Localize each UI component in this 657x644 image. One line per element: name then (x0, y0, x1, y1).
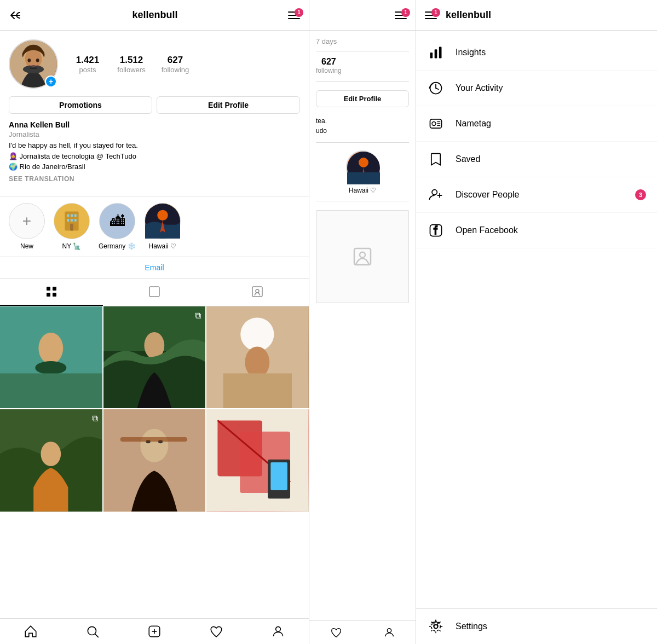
svg-rect-28 (0, 306, 102, 409)
story-circle-germany: 🏙 (99, 203, 135, 239)
profile-section: + 1.421 posts 1.512 followers 627 follow… (0, 31, 309, 196)
insights-icon (427, 44, 445, 61)
following-stat[interactable]: 627 following (159, 55, 192, 74)
settings-item[interactable]: Settings (416, 608, 657, 644)
svg-rect-9 (67, 214, 69, 217)
tab-list[interactable] (103, 279, 206, 306)
nav-profile[interactable] (247, 624, 309, 639)
story-germany[interactable]: 🏙 Germany ❄️ (99, 203, 136, 250)
photo-cell-6[interactable] (206, 409, 309, 512)
menu-item-your-activity[interactable]: Your Activity (416, 71, 657, 106)
svg-point-63 (387, 629, 391, 633)
menu-item-saved[interactable]: Saved (416, 142, 657, 177)
days-label: 7 days (316, 37, 409, 45)
menu-label-nametag: Nametag (456, 119, 646, 129)
add-story-button[interactable]: + (45, 76, 57, 88)
middle-bio-line1: tea. (316, 117, 327, 125)
menu-item-facebook[interactable]: Open Facebook (416, 213, 657, 248)
back-button[interactable] (9, 9, 22, 22)
nav-search[interactable] (62, 624, 124, 639)
multi-post-icon-2: ⧉ (92, 414, 98, 423)
profile-buttons: Promotions Edit Profile (9, 96, 300, 114)
nav-heart[interactable] (185, 624, 247, 639)
bio-line3: 🌍 Rio de Janeiro/Brasil (9, 163, 85, 171)
middle-top-bar: 1 (309, 0, 416, 31)
middle-following-stat[interactable]: 627 following (316, 57, 342, 74)
photo-grid: ⧉ ⧉ (0, 306, 309, 512)
svg-rect-48 (240, 432, 291, 493)
middle-nav-profile[interactable] (362, 626, 416, 639)
svg-point-37 (245, 346, 270, 378)
nav-home[interactable] (0, 624, 62, 639)
followers-label: followers (117, 66, 145, 74)
stories-section: + New NY 🗽 (0, 196, 309, 257)
story-label-new: New (20, 242, 33, 250)
middle-photo-placeholder (316, 210, 409, 303)
svg-rect-50 (268, 460, 291, 498)
svg-rect-26 (252, 287, 262, 297)
photo-cell-1[interactable] (0, 306, 102, 409)
svg-rect-41 (103, 409, 206, 512)
tab-tagged[interactable] (206, 279, 309, 306)
menu-item-discover-people[interactable]: Discover People 3 (416, 177, 657, 213)
avatar-wrapper: + (9, 39, 58, 89)
story-hawaii[interactable]: Hawaii ♡ (145, 203, 181, 250)
svg-point-57 (275, 626, 280, 631)
menu-label-insights: Insights (456, 48, 646, 57)
photo-cell-4[interactable]: ⧉ (0, 409, 102, 512)
menu-item-nametag[interactable]: Nametag (416, 106, 657, 142)
svg-rect-39 (0, 409, 102, 512)
right-username: kellenbull (446, 9, 491, 21)
tab-grid[interactable] (0, 279, 103, 306)
svg-point-69 (432, 122, 436, 126)
email-section: Email (0, 257, 309, 279)
svg-point-73 (432, 190, 437, 195)
nav-add[interactable] (124, 624, 186, 639)
edit-profile-button[interactable]: Edit Profile (157, 96, 300, 114)
photo-cell-5[interactable] (103, 409, 206, 512)
svg-point-4 (27, 59, 31, 62)
story-ny[interactable]: NY 🗽 (54, 203, 90, 250)
svg-rect-6 (30, 68, 37, 69)
photo-grid-section: ⧉ ⧉ (0, 306, 309, 619)
tab-bar (0, 279, 309, 306)
discover-people-icon (427, 186, 445, 204)
svg-rect-32 (103, 306, 206, 409)
photo-cell-3[interactable] (206, 306, 309, 409)
middle-bottom-nav (309, 620, 416, 644)
settings-label: Settings (456, 622, 487, 631)
right-menu-list: Insights Your Activity (416, 31, 657, 608)
svg-rect-33 (103, 351, 206, 408)
promotions-button[interactable]: Promotions (9, 96, 152, 114)
menu-button[interactable]: 1 (288, 11, 300, 19)
posts-stat[interactable]: 1.421 posts (71, 55, 104, 74)
svg-rect-65 (435, 49, 437, 58)
middle-menu-button[interactable]: 1 (395, 11, 407, 19)
right-menu-button[interactable]: 1 (425, 11, 437, 19)
svg-rect-66 (439, 47, 442, 59)
bio-section: Anna Kellen Bull Jornalista I'd be happy… (9, 120, 300, 183)
followers-stat[interactable]: 1.512 followers (115, 55, 148, 74)
middle-nav-heart[interactable] (309, 626, 362, 639)
bottom-nav (0, 618, 309, 644)
left-panel: kellenbull 1 (0, 0, 309, 644)
svg-rect-15 (70, 223, 73, 230)
story-label-germany: Germany ❄️ (99, 242, 136, 250)
middle-edit-profile-button[interactable]: Edit Profile (316, 90, 409, 107)
photo-cell-2[interactable]: ⧉ (103, 306, 206, 409)
svg-rect-11 (74, 214, 77, 217)
middle-bio-line2: udo (316, 127, 327, 135)
story-circle-new: + (9, 203, 45, 239)
nametag-icon (427, 115, 445, 132)
right-panel: 1 kellenbull Insights (416, 0, 657, 644)
svg-rect-12 (67, 219, 69, 222)
svg-rect-60 (347, 172, 380, 184)
see-translation[interactable]: SEE TRANSLATION (9, 175, 300, 183)
bio-line2: 🧕 Jornalista de tecnologia @ TechTudo (9, 152, 136, 160)
email-link[interactable]: Email (145, 263, 164, 272)
middle-story[interactable]: Hawaii ♡ (316, 150, 409, 201)
svg-rect-24 (53, 293, 56, 297)
story-new[interactable]: + New (9, 203, 45, 250)
menu-item-insights[interactable]: Insights (416, 35, 657, 71)
bio-name: Anna Kellen Bull (9, 120, 300, 129)
